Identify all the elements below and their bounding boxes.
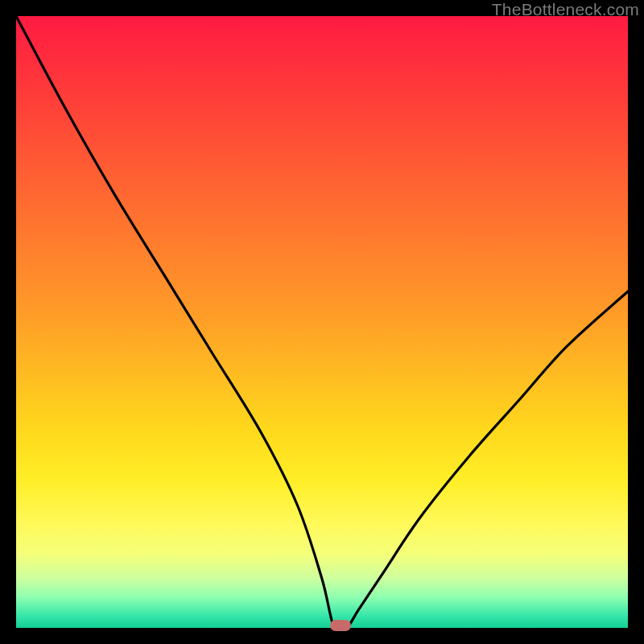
bottleneck-marker <box>330 620 351 631</box>
bottleneck-curve <box>16 16 628 628</box>
watermark-text: TheBottleneck.com <box>492 0 639 19</box>
chart-plot-area <box>16 16 628 628</box>
chart-frame: TheBottleneck.com <box>0 0 644 644</box>
